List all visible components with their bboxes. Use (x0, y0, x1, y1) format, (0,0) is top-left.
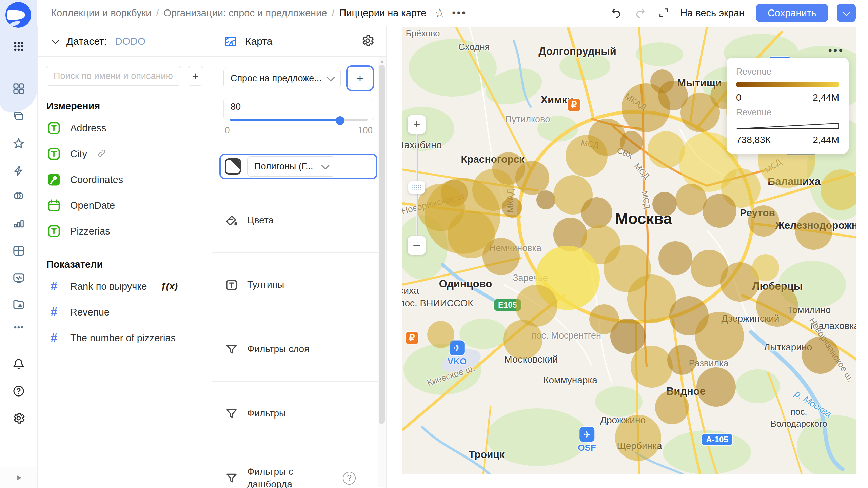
scrollbar-thumb[interactable] (379, 65, 385, 424)
number-field-type-icon: # (46, 305, 61, 319)
map-label: Видное (666, 385, 706, 398)
add-layer-button[interactable]: + (349, 68, 371, 88)
text-field-type-icon (46, 121, 61, 136)
redo-icon[interactable] (633, 5, 648, 20)
section-label: Тултипы (247, 279, 284, 291)
help-icon[interactable] (11, 383, 27, 399)
section-фильтры[interactable]: Фильтры (212, 381, 386, 446)
dimension-field-city[interactable]: City (38, 141, 212, 167)
chevron-down-icon (842, 8, 850, 16)
dimensions-list: AddressCityCoordinatesOpenDatePizzerias (38, 115, 212, 244)
dataset-panel: Датасет: DODO + Измерения AddressCityCoo… (37, 26, 212, 488)
section-фильтры-с-дашборда[interactable]: Фильтры с дашборда? (212, 446, 386, 488)
dimension-field-pizzerias[interactable]: Pizzerias (38, 218, 212, 244)
quick-actions-icon[interactable] (11, 163, 27, 179)
monitoring-icon[interactable] (11, 270, 27, 287)
dimension-field-coordinates[interactable]: Coordinates (38, 167, 212, 192)
opacity-slider-handle[interactable] (336, 116, 344, 125)
save-button[interactable]: Сохранить (756, 4, 828, 22)
fullscreen-label[interactable]: На весь экран (680, 7, 745, 19)
fullscreen-icon[interactable] (656, 5, 671, 20)
more-services-icon[interactable] (11, 319, 27, 336)
entry-more-icon[interactable]: ••• (452, 5, 467, 20)
geotype-focus-ring: Полигоны (Г... (219, 154, 377, 179)
section-фильтры-слоя[interactable]: Фильтры слоя (212, 317, 386, 381)
map-label: МСД (580, 138, 599, 150)
breadcrumb-item[interactable]: Пиццерии на карте (339, 7, 426, 19)
map-zoom-handle[interactable]: :::::::::: (408, 181, 425, 194)
airplane-icon: ✈ (450, 341, 465, 355)
field-search-input[interactable] (46, 66, 181, 86)
map-label: Лыткарино (764, 342, 812, 353)
map-label: Дрожжино (600, 415, 646, 426)
legend-color-title: Revenue (736, 66, 839, 77)
section-help-icon[interactable]: ? (343, 472, 356, 485)
airport-badge-vko: ✈VKO (448, 341, 467, 367)
layer-select[interactable]: Спрос на предложе... (223, 68, 341, 88)
map-more-icon[interactable]: ••• (828, 45, 852, 56)
airport-badge-osf: ✈OSF (578, 427, 596, 453)
play-icon (14, 473, 23, 482)
layer-opacity-control: 80 (223, 98, 374, 120)
dataset-name-link[interactable]: DODO (115, 36, 145, 47)
section-label: Фильтры с дашборда (247, 466, 325, 488)
apps-grid-icon[interactable] (11, 38, 27, 55)
text-field-type-icon (46, 224, 61, 239)
favorites-icon[interactable] (11, 136, 27, 152)
opacity-slider-track[interactable] (230, 119, 368, 121)
map-label: Киевское ш. (426, 363, 476, 388)
geotype-select[interactable]: Полигоны (Г... (247, 156, 335, 177)
collections-icon[interactable] (11, 108, 27, 124)
map-label: Москва (615, 209, 672, 228)
map-zoom-out-button[interactable]: − (408, 236, 426, 255)
map-label: Троицк (469, 449, 505, 460)
dimension-field-address[interactable]: Address (38, 115, 212, 141)
chevron-down-icon (321, 161, 329, 169)
collapse-panel-button[interactable] (0, 467, 37, 488)
notifications-bell-icon[interactable] (11, 356, 27, 372)
opacity-min-label: 0 (225, 125, 230, 136)
breadcrumb-item[interactable]: Организации: спрос и предложение (163, 7, 327, 19)
measure-field-the-number-of-pizzerias[interactable]: #The number of pizzerias (38, 325, 212, 351)
section-цвета[interactable]: Цвета (212, 188, 386, 252)
toll-road-badge: ₽ (406, 332, 418, 344)
tooltip-icon (225, 278, 238, 292)
field-name: Revenue (70, 307, 110, 318)
settings-gear-icon[interactable] (11, 410, 27, 426)
charts-icon[interactable] (11, 215, 27, 231)
scroll-up-icon[interactable]: ▲ (379, 58, 385, 65)
connections-icon[interactable] (11, 188, 27, 204)
map-label: Томилино (787, 305, 831, 316)
chart-settings-gear-icon[interactable] (360, 34, 375, 49)
number-field-type-icon: # (46, 279, 61, 293)
storage-icon[interactable] (11, 296, 27, 312)
save-options-button[interactable] (837, 4, 856, 22)
map-label: асиха (402, 285, 419, 296)
breadcrumb-item[interactable]: Коллекции и воркбуки (51, 7, 151, 19)
map-label: Одинцово (439, 278, 492, 290)
text-field-type-icon (46, 146, 61, 161)
field-name: Rank по выручке (70, 281, 147, 292)
dimension-field-opendate[interactable]: OpenDate (38, 192, 212, 218)
favorite-star-icon[interactable]: ☆ (432, 5, 447, 20)
datalens-logo-icon[interactable] (5, 2, 31, 28)
measure-field-rank-[interactable]: #Rank по выручкеƒ(x) (38, 273, 212, 299)
map-label: Железнодорожный (775, 220, 856, 231)
add-field-button[interactable]: + (188, 66, 203, 86)
yandex-map-canvas[interactable]: БрёховоСходняДолгопрудныйМытищиХимкиПути… (402, 27, 856, 474)
map-label: МКАД (623, 91, 648, 112)
date-field-type-icon (46, 198, 61, 213)
map-label: пос. ВНИИССОК (402, 298, 473, 309)
formula-icon: ƒ(x) (161, 281, 178, 292)
undo-icon[interactable] (609, 5, 624, 20)
map-zoom-in-button[interactable]: + (408, 115, 426, 134)
map-label: Сходня (458, 42, 490, 53)
section-тултипы[interactable]: Тултипы (212, 252, 386, 317)
field-name: The number of pizzerias (70, 332, 176, 344)
dataset-collapse-chevron-icon[interactable] (51, 36, 59, 44)
measure-field-revenue[interactable]: #Revenue (38, 299, 212, 325)
dashboards-icon[interactable] (11, 81, 27, 97)
map-chart-icon (223, 34, 238, 48)
tables-icon[interactable] (11, 243, 27, 259)
map-legend: Revenue 0 2,44M Revenue 738,83К 2,44М (727, 58, 849, 154)
